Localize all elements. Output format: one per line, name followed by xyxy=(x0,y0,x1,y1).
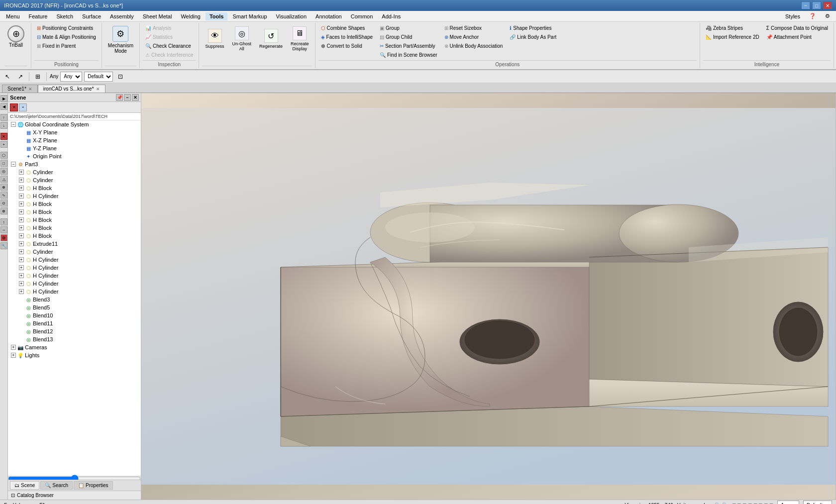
tree-item-3[interactable]: ▦Y-Z Plane xyxy=(8,144,141,152)
left-icon-3[interactable]: ↑ xyxy=(0,114,7,121)
faces-intellishape-button[interactable]: ◈Faces to IntelliShape xyxy=(318,33,375,41)
scene-toolbar-red-x[interactable]: ✕ xyxy=(10,103,18,111)
import-ref-2d-button[interactable]: 📐Import Reference 2D xyxy=(703,33,762,41)
menu-help[interactable]: ❓ xyxy=(805,12,820,20)
tree-item-5[interactable]: −⚙Part3 xyxy=(8,160,141,168)
menu-sheetmetal[interactable]: Sheet Metal xyxy=(139,12,176,20)
status-default-dropdown[interactable]: Default xyxy=(803,501,832,504)
expander-20[interactable]: + xyxy=(19,281,24,286)
toolbar-select-button[interactable]: ↗ xyxy=(15,71,26,82)
group-child-button[interactable]: ▤Group Child xyxy=(377,33,440,41)
tree-item-22[interactable]: ◎Blend3 xyxy=(8,296,141,303)
left-icon-9[interactable]: ◎ xyxy=(0,168,7,175)
expander-5[interactable]: − xyxy=(11,162,16,167)
expander-18[interactable]: + xyxy=(19,265,24,270)
menu-feature[interactable]: Feature xyxy=(25,12,52,20)
scene-toolbar-add[interactable]: + xyxy=(19,103,27,111)
expander-21[interactable]: + xyxy=(19,289,24,294)
left-icon-2[interactable]: ◀ xyxy=(0,103,7,110)
tree-item-19[interactable]: +⬡H Cylinder xyxy=(8,272,141,280)
menu-surface[interactable]: Surface xyxy=(78,12,105,20)
left-icon-7[interactable]: ⬡ xyxy=(0,152,7,159)
tree-item-2[interactable]: ▦X-Z Plane xyxy=(8,136,141,144)
analysis-button[interactable]: 📊Analysis xyxy=(143,24,196,32)
doc-tab-ironcad[interactable]: ironCAD vs S...ks one* ✕ xyxy=(38,85,105,93)
menu-common[interactable]: Common xyxy=(347,12,377,20)
link-body-part-button[interactable]: 🔗Link Body As Part xyxy=(507,33,559,41)
expander-28[interactable]: + xyxy=(11,345,16,350)
left-icon-1[interactable]: ▶ xyxy=(0,95,7,102)
tree-item-6[interactable]: +⬡Cylinder xyxy=(8,168,141,176)
toolbar-config-button[interactable]: ⊡ xyxy=(115,71,126,82)
left-icon-14[interactable]: ⊗ xyxy=(0,207,7,214)
attachment-point-button[interactable]: 📌Attachment Point xyxy=(764,33,831,41)
left-icon-10[interactable]: △ xyxy=(0,176,7,183)
zebra-stripes-button[interactable]: 🦓Zebra Stripes xyxy=(703,24,762,32)
menu-styles[interactable]: Styles xyxy=(781,12,804,20)
mechanism-mode-button[interactable]: ⚙ MechanismMode xyxy=(105,24,136,56)
tree-item-12[interactable]: +⬡H Block xyxy=(8,216,141,224)
expander-14[interactable]: + xyxy=(19,233,24,238)
tree-item-10[interactable]: +⬡H Block xyxy=(8,200,141,208)
toolbar-arrow-button[interactable]: ↖ xyxy=(2,71,13,82)
tree-item-29[interactable]: +💡Lights xyxy=(8,351,141,359)
status-any-dropdown[interactable]: Any xyxy=(777,501,799,504)
tree-item-14[interactable]: +⬡H Block xyxy=(8,232,141,240)
viewport-3d[interactable] xyxy=(141,93,836,500)
tree-item-28[interactable]: +📷Cameras xyxy=(8,343,141,351)
expander-9[interactable]: + xyxy=(19,194,24,199)
left-icon-12[interactable]: ∿ xyxy=(0,192,7,199)
tree-item-4[interactable]: ✦Origin Point xyxy=(8,152,141,160)
move-anchor-button[interactable]: ⊕Move Anchor xyxy=(442,33,506,41)
expander-0[interactable]: − xyxy=(11,122,16,127)
menu-assembly[interactable]: Assembly xyxy=(106,12,138,20)
triball-button[interactable]: ⊕ TriBall xyxy=(5,24,27,49)
expander-11[interactable]: + xyxy=(19,209,24,214)
expander-7[interactable]: + xyxy=(19,178,24,183)
positioning-constraints-button[interactable]: ⊞ Positioning Constraints xyxy=(34,24,99,32)
suppress-button[interactable]: 👁 Suppress xyxy=(202,24,227,54)
close-ironcad[interactable]: ✕ xyxy=(96,87,100,92)
menu-addins[interactable]: Add-Ins xyxy=(378,12,405,20)
compose-data-button[interactable]: ΣCompose Data to Original xyxy=(764,24,831,32)
tree-item-18[interactable]: +⬡H Cylinder xyxy=(8,264,141,272)
tree-item-26[interactable]: ◎Blend12 xyxy=(8,327,141,335)
tree-item-9[interactable]: +⬡H Cylinder xyxy=(8,192,141,200)
expander-29[interactable]: + xyxy=(11,353,16,358)
unghost-button[interactable]: ◎ Un-GhostAll xyxy=(229,24,255,54)
close-scene1[interactable]: ✕ xyxy=(28,87,32,92)
tree-item-15[interactable]: +⬡Extrude11 xyxy=(8,240,141,248)
toolbar-any-dropdown[interactable]: Any xyxy=(60,72,82,82)
expander-17[interactable]: + xyxy=(19,257,24,262)
left-icon-red[interactable]: ⚙ xyxy=(0,234,7,241)
expander-12[interactable]: + xyxy=(19,217,24,222)
expander-16[interactable]: + xyxy=(19,249,24,254)
tree-item-17[interactable]: +⬡H Cylinder xyxy=(8,256,141,264)
reset-sizebox-button[interactable]: ⊞Reset Sizebox xyxy=(442,24,506,32)
shape-properties-button[interactable]: ℹShape Properties xyxy=(507,24,559,32)
toolbar-default-dropdown[interactable]: Default xyxy=(84,72,113,82)
tree-item-1[interactable]: ▦X-Y Plane xyxy=(8,128,141,136)
expander-19[interactable]: + xyxy=(19,273,24,278)
toolbar-grid-button[interactable]: ⊞ xyxy=(32,71,43,82)
left-icon-6[interactable]: + xyxy=(0,141,7,148)
statistics-button[interactable]: 📈Statistics xyxy=(143,33,196,41)
scene-panel-minimize[interactable]: − xyxy=(124,94,131,101)
left-icon-4[interactable]: ↓ xyxy=(0,122,7,129)
scene-panel-close[interactable]: ✕ xyxy=(132,94,139,101)
menu-menu[interactable]: Menu xyxy=(2,12,24,20)
minimize-button[interactable]: − xyxy=(801,1,810,9)
left-icon-5[interactable]: ✕ xyxy=(0,133,7,140)
left-icon-17[interactable]: 🔧 xyxy=(0,242,7,249)
maximize-button[interactable]: □ xyxy=(812,1,821,9)
expander-6[interactable]: + xyxy=(19,170,24,175)
tree-item-11[interactable]: +⬡H Block xyxy=(8,208,141,216)
tree-item-16[interactable]: +⬡Cylinder xyxy=(8,248,141,256)
tree-item-20[interactable]: +⬡H Cylinder xyxy=(8,280,141,288)
expander-10[interactable]: + xyxy=(19,202,24,206)
scene-tab-scene[interactable]: 🗂Scene xyxy=(10,481,39,490)
check-clearance-button[interactable]: 🔍Check Clearance xyxy=(143,42,196,50)
check-interference-button[interactable]: ⚠Check Interference xyxy=(143,51,196,59)
left-icon-16[interactable]: ↔ xyxy=(0,226,7,233)
tree-item-8[interactable]: +⬡H Block xyxy=(8,184,141,192)
